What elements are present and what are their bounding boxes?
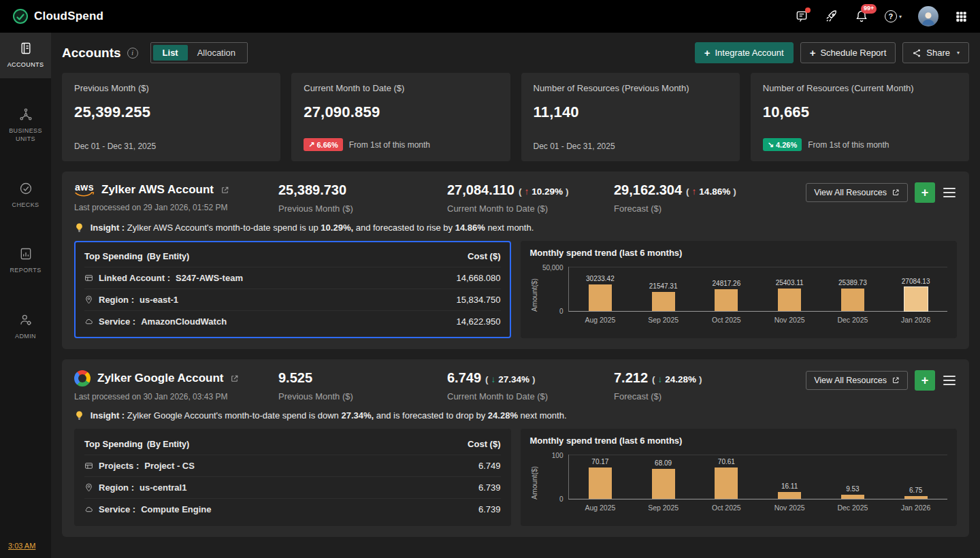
bulb-icon (74, 223, 84, 233)
top-spending-row-region[interactable]: Region : us-east-1 15,834.750 (84, 289, 501, 310)
tab-list[interactable]: List (153, 45, 188, 61)
sidebar-item-checks[interactable]: CHECKS (0, 173, 51, 218)
bar-jan-2026[interactable]: 6.75Jan 2026 (884, 455, 947, 499)
bar-sep-2025[interactable]: 68.09Sep 2025 (632, 455, 695, 499)
tab-allocation[interactable]: Allocation (188, 45, 245, 61)
row-cost: 6.739 (478, 482, 501, 493)
brand-logo[interactable]: CloudSpend (12, 8, 103, 24)
stat-label: Previous Month ($) (278, 203, 447, 214)
help-icon[interactable]: ? ▾ (885, 10, 902, 22)
add-button[interactable]: + (915, 182, 935, 203)
sidebar: ACCOUNTS BUSINESS UNITS CHECKS REPORTS A… (0, 33, 51, 558)
badge-value: 4.26% (776, 141, 797, 149)
share-button[interactable]: Share ▾ (902, 42, 969, 63)
bar-nov-2025[interactable]: 16.11Nov 2025 (758, 455, 821, 499)
top-spending-row-region[interactable]: Region : us-central1 6.739 (84, 476, 501, 498)
account-panel-google: Zylker Google Account Last processed on … (62, 359, 969, 537)
bar (778, 289, 801, 311)
card-current-month: Current Month to Date ($) 27,090.859 ↗6.… (291, 73, 510, 161)
insight-segment: next month. (521, 410, 567, 421)
view-all-resources-button[interactable]: View All Resources (806, 371, 908, 390)
user-photo (919, 9, 937, 27)
insight-segment: Zylker Google Account's month-to-date sp… (127, 410, 339, 421)
top-spending-box: Top Spending (By Entity) Cost ($) Projec… (74, 429, 511, 526)
insight-segment: Zylker AWS Account's month-to-date spend… (127, 223, 318, 233)
bar-value-label: 68.09 (655, 459, 672, 467)
cloudspend-logo-icon (12, 8, 29, 24)
sidebar-item-business-units[interactable]: BUSINESS UNITS (0, 99, 51, 152)
page-title: Accounts (62, 46, 121, 61)
bar-category-label: Sep 2025 (648, 316, 679, 324)
stat-label: Current Month to Date ($) (447, 203, 614, 214)
rocket-icon[interactable] (825, 10, 838, 23)
stat-label: Previous Month ($) (278, 391, 447, 401)
y-axis-label: Amount($) (530, 455, 538, 499)
bar-category-label: Dec 2025 (837, 504, 868, 512)
bar-jan-2026[interactable]: 27084.13Jan 2026 (884, 267, 947, 311)
up-right-arrow-icon: ↗ (308, 140, 314, 149)
bar-nov-2025[interactable]: 25403.11Nov 2025 (758, 267, 821, 311)
row-value: us-central1 (140, 482, 186, 493)
bar-dec-2025[interactable]: 25389.73Dec 2025 (821, 267, 885, 311)
admin-icon (19, 313, 33, 327)
reports-icon (19, 247, 33, 261)
badge-value: 6.66% (316, 141, 338, 149)
top-spending-row-linked-account[interactable]: Linked Account : S247-AWS-team 14,668.08… (84, 267, 501, 289)
top-spending-row-service[interactable]: Service : Compute Engine 6.739 (84, 498, 501, 520)
hamburger-menu-icon[interactable] (942, 184, 957, 201)
delta-percent: 24.28% (665, 374, 696, 384)
apps-grid-icon[interactable] (955, 10, 968, 23)
insight-segment: and is forecasted to drop by (376, 410, 485, 421)
help-glyph: ? (885, 10, 897, 22)
bar-oct-2025[interactable]: 70.61Oct 2025 (695, 455, 758, 499)
integrate-account-label: Integrate Account (715, 48, 783, 58)
delta-percent: 10.29% (532, 186, 563, 197)
time-link[interactable]: 3:03 AM (0, 535, 44, 558)
account-name: Zylker Google Account (97, 372, 223, 385)
stat-label: Forecast ($) (614, 203, 784, 214)
page-header: Accounts i List Allocation + Integrate A… (62, 42, 969, 63)
bar-sep-2025[interactable]: 21547.31Sep 2025 (632, 267, 695, 311)
sidebar-item-label: CHECKS (12, 201, 39, 210)
sidebar-item-admin[interactable]: ADMIN (0, 304, 51, 350)
top-spending-row-service[interactable]: Service : AmazonCloudWatch 14,622.950 (84, 310, 501, 332)
info-icon[interactable]: i (127, 48, 138, 59)
row-value: S247-AWS-team (176, 273, 243, 283)
google-cloud-logo (74, 370, 91, 387)
stat-label: Forecast ($) (614, 391, 784, 401)
integrate-account-button[interactable]: + Integrate Account (695, 42, 794, 63)
brand-name: CloudSpend (34, 10, 103, 23)
schedule-report-button[interactable]: + Schedule Report (800, 42, 896, 63)
bar-value-label: 9.53 (846, 485, 859, 493)
bar-oct-2025[interactable]: 24817.26Oct 2025 (695, 267, 758, 311)
card-value: 11,140 (534, 103, 728, 121)
external-link-icon[interactable] (230, 374, 239, 383)
hamburger-menu-icon[interactable] (942, 372, 957, 389)
add-button[interactable]: + (915, 370, 935, 391)
top-spending-row-projects[interactable]: Projects : Project - CS 6.749 (84, 455, 501, 476)
top-spending-title: Top Spending (84, 251, 143, 261)
bar-value-label: 16.11 (781, 482, 798, 490)
region-pin-icon (84, 295, 93, 304)
bar-category-label: Dec 2025 (837, 316, 868, 324)
insight-percent: 24.28% (488, 410, 518, 421)
view-all-label: View All Resources (814, 188, 887, 197)
bar-aug-2025[interactable]: 70.17Aug 2025 (569, 455, 632, 499)
bar-value-label: 70.17 (591, 458, 608, 465)
bar-aug-2025[interactable]: 30233.42Aug 2025 (569, 267, 632, 311)
y-axis-label: Amount($) (530, 267, 538, 312)
view-all-resources-button[interactable]: View All Resources (806, 183, 908, 202)
stat-value: 29,162.304 (614, 182, 682, 198)
region-pin-icon (84, 483, 93, 492)
sidebar-item-reports[interactable]: REPORTS (0, 238, 51, 284)
notifications-bell-icon[interactable]: 99+ (855, 10, 868, 23)
bar-dec-2025[interactable]: 9.53Dec 2025 (821, 455, 885, 499)
avatar[interactable] (918, 6, 938, 27)
stat-value: 27,084.110 (447, 182, 514, 198)
bar-value-label: 24817.26 (713, 280, 741, 287)
external-link-icon[interactable] (220, 186, 229, 195)
bar (715, 289, 738, 311)
topbar: CloudSpend 99+ ? ▾ (0, 0, 980, 33)
whats-new-icon[interactable] (795, 10, 808, 23)
sidebar-item-accounts[interactable]: ACCOUNTS (0, 33, 51, 78)
